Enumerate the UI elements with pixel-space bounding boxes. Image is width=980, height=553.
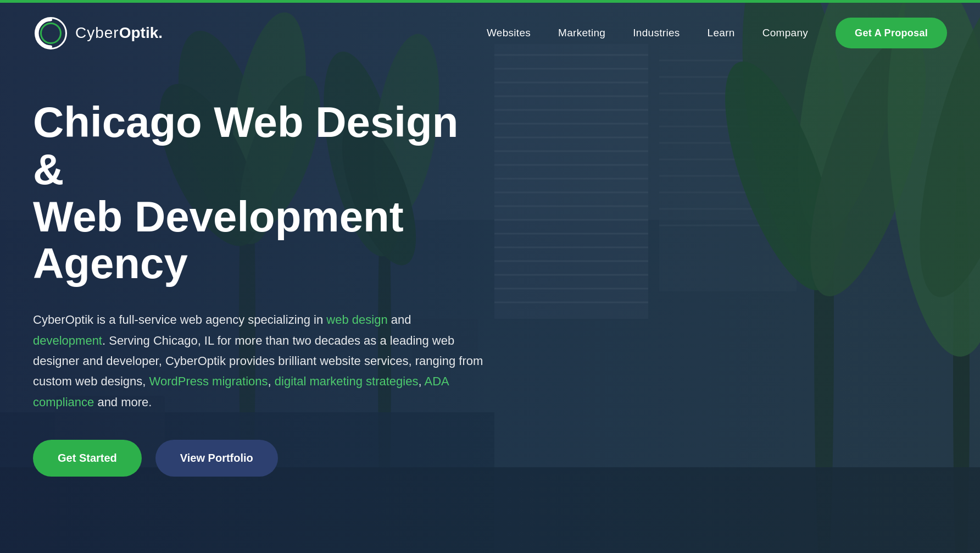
logo-text: CyberOptik. <box>75 24 163 42</box>
nav-link-marketing[interactable]: Marketing <box>558 27 605 38</box>
nav-link-industries[interactable]: Industries <box>633 27 680 38</box>
logo-dot: . <box>158 24 163 42</box>
logo-cyber: Cyber <box>75 24 119 42</box>
logo-link[interactable]: CyberOptik. <box>33 15 163 51</box>
hero-link-web-design[interactable]: web design <box>326 313 387 327</box>
hero-title-line2: Web Development Agency <box>33 192 404 288</box>
hero-desc-mid4: , <box>418 374 424 388</box>
hero-section: CyberOptik. Websites Marketing Industrie… <box>0 0 980 553</box>
nav-link-websites[interactable]: Websites <box>487 27 531 38</box>
nav-item-industries: Industries <box>633 27 680 39</box>
nav-item-marketing: Marketing <box>558 27 605 39</box>
hero-content: Chicago Web Design & Web Development Age… <box>33 99 500 477</box>
hero-desc-mid1: and <box>388 313 411 327</box>
hero-title: Chicago Web Design & Web Development Age… <box>33 99 500 287</box>
svg-point-57 <box>41 23 61 43</box>
nav-link-learn[interactable]: Learn <box>708 27 735 38</box>
nav-item-company: Company <box>762 27 808 39</box>
hero-link-development[interactable]: development <box>33 334 102 347</box>
view-portfolio-button[interactable]: View Portfolio <box>155 440 278 477</box>
nav-links: Websites Marketing Industries Learn Comp… <box>487 27 947 39</box>
logo-optik: Optik <box>119 24 159 42</box>
main-navigation: CyberOptik. Websites Marketing Industrie… <box>0 0 980 66</box>
hero-title-line1: Chicago Web Design & <box>33 98 458 193</box>
hero-buttons: Get Started View Portfolio <box>33 440 500 477</box>
hero-link-digital-marketing[interactable]: digital marketing strategies <box>275 374 419 388</box>
hero-desc-mid3: , <box>268 374 275 388</box>
nav-item-cta: Get A Proposal <box>836 27 947 39</box>
nav-item-learn: Learn <box>708 27 735 39</box>
hero-description: CyberOptik is a full-service web agency … <box>33 309 483 412</box>
hero-desc-suffix: and more. <box>94 395 152 409</box>
svg-point-56 <box>36 18 66 48</box>
get-started-button[interactable]: Get Started <box>33 440 142 477</box>
hero-link-wordpress[interactable]: WordPress migrations <box>149 374 268 388</box>
nav-cta-button[interactable]: Get A Proposal <box>836 18 947 48</box>
nav-link-company[interactable]: Company <box>762 27 808 38</box>
hero-desc-prefix: CyberOptik is a full-service web agency … <box>33 313 326 327</box>
nav-item-websites: Websites <box>487 27 531 39</box>
